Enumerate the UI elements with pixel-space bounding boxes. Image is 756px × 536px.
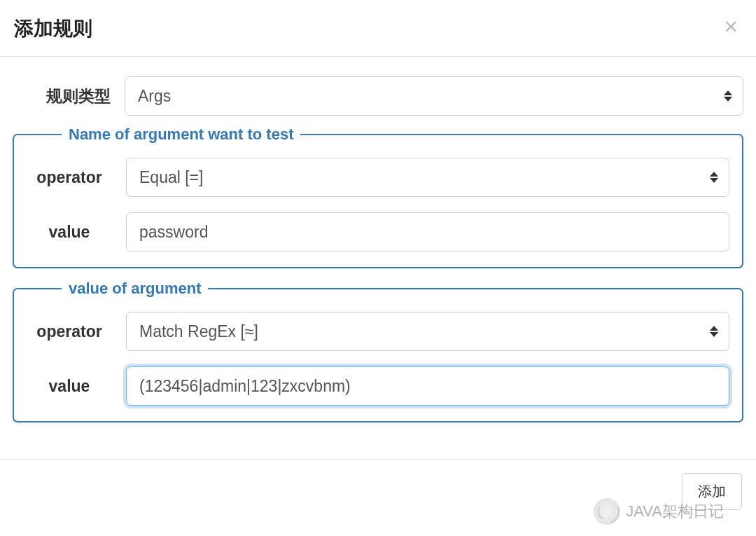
argvalue-operator-value: Match RegEx [≈]	[126, 312, 729, 351]
rule-type-value: Args	[125, 76, 743, 116]
argument-name-legend: Name of argument want to test	[62, 125, 300, 144]
modal-header: 添加规则 ×	[0, 0, 756, 57]
close-icon[interactable]: ×	[724, 14, 738, 38]
rule-type-select[interactable]: Args	[125, 76, 743, 116]
argvalue-value-label: value	[27, 377, 126, 396]
add-button[interactable]: 添加	[682, 473, 742, 510]
argument-value-group: value of argument operator Match RegEx […	[13, 280, 743, 422]
rule-type-label: 规则类型	[13, 85, 125, 107]
argvalue-operator-row: operator Match RegEx [≈]	[27, 312, 729, 351]
modal-footer: 添加	[0, 459, 756, 523]
argname-value-input[interactable]	[126, 212, 729, 252]
modal-body: 规则类型 Args Name of argument want to test …	[0, 57, 756, 441]
argvalue-value-input[interactable]	[126, 366, 729, 406]
argname-operator-value: Equal [=]	[126, 158, 729, 197]
rule-type-row: 规则类型 Args	[13, 76, 743, 116]
argname-value-label: value	[27, 223, 126, 242]
argument-name-group: Name of argument want to test operator E…	[13, 125, 743, 268]
argname-operator-row: operator Equal [=]	[27, 158, 729, 197]
argname-operator-label: operator	[27, 168, 126, 187]
modal-title: 添加规则	[14, 15, 735, 42]
argvalue-operator-label: operator	[27, 322, 126, 341]
argvalue-value-row: value	[27, 366, 729, 406]
argument-value-legend: value of argument	[62, 280, 208, 298]
argname-value-row: value	[27, 212, 729, 252]
argvalue-operator-select[interactable]: Match RegEx [≈]	[126, 312, 729, 351]
argname-operator-select[interactable]: Equal [=]	[126, 158, 729, 197]
